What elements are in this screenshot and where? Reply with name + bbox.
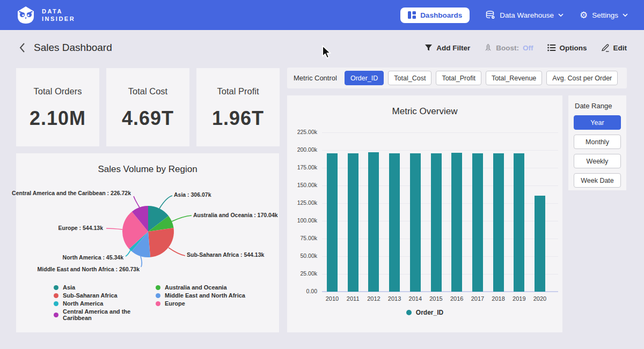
dashboards-button[interactable]: Dashboards — [400, 8, 470, 23]
add-filter-label: Add Filter — [436, 44, 470, 52]
brand-line2: INSIDER — [42, 16, 75, 22]
database-icon — [486, 11, 495, 19]
bar-legend-dot — [406, 310, 412, 315]
kpi-label: Total Cost — [128, 86, 167, 96]
metric-option-total-profit[interactable]: Total_Profit — [436, 71, 481, 85]
bar-2015[interactable] — [431, 153, 442, 292]
date-range-panel: Date Range YearMonthlyWeeklyWeek Date — [568, 95, 626, 190]
kpi-card-total-profit: Total Profit1.96T — [196, 68, 280, 146]
data-warehouse-menu[interactable]: Data Warehouse — [486, 11, 564, 19]
boost-state: Off — [523, 44, 533, 52]
metric-option-order-id[interactable]: Order_ID — [345, 71, 384, 85]
edit-button[interactable]: Edit — [601, 43, 627, 52]
legend-dot — [54, 313, 58, 317]
bar-legend: Order_ID — [287, 309, 562, 316]
bar-2014[interactable] — [410, 153, 421, 292]
metric-overview-card: Metric Overview 225.00k200.00k175.00k150… — [287, 95, 562, 332]
bar-2011[interactable] — [348, 153, 358, 292]
pie-label-asia: Asia : 306.07k — [174, 191, 211, 198]
options-list-icon — [547, 44, 556, 51]
edit-label: Edit — [613, 44, 627, 52]
legend-item-sub-saharan-africa: Sub-Saharan Africa — [54, 292, 156, 299]
boost-label: Boost: — [496, 44, 519, 52]
bar-2016[interactable] — [451, 153, 462, 292]
bar-2018[interactable] — [493, 153, 504, 292]
data-warehouse-label: Data Warehouse — [500, 11, 554, 19]
header-actions: Add Filter Boost: Off Options — [425, 43, 627, 52]
bar-2019[interactable] — [514, 153, 524, 292]
bar-2010[interactable] — [327, 153, 338, 292]
y-axis-tick: 50.00k — [287, 253, 317, 259]
legend-item-north-america: North America — [54, 300, 156, 307]
date-range-label: Date Range — [575, 102, 621, 110]
date-range-options: YearMonthlyWeeklyWeek Date — [574, 115, 621, 188]
legend-item-middle-east-and-north-africa: Middle East and North Africa — [156, 292, 245, 299]
metric-control-label: Metric Control — [294, 74, 337, 82]
date-option-year[interactable]: Year — [574, 115, 621, 130]
pie-label-central-america-and-the-caribbean: Central America and the Caribbean : 226.… — [12, 190, 131, 196]
x-axis-tick: 2013 — [384, 295, 405, 302]
bar-2012[interactable] — [368, 152, 379, 292]
kpi-card-total-orders: Total Orders2.10M — [16, 68, 99, 146]
y-axis-tick: 175.00k — [287, 164, 317, 170]
kpi-value: 2.10M — [30, 107, 86, 130]
date-option-week-date[interactable]: Week Date — [574, 173, 621, 188]
legend-dot — [156, 285, 160, 290]
bar-chart: 225.00k200.00k175.00k150.00k125.00k100.0… — [287, 95, 562, 332]
edit-pencil-icon — [601, 43, 610, 52]
metric-control-bar: Metric Control Order_IDTotal_CostTotal_P… — [287, 68, 627, 88]
add-filter-button[interactable]: Add Filter — [425, 44, 470, 52]
top-navbar: DATA INSIDER Dashboards — [0, 0, 644, 30]
legend-item-central-america-and-the-caribbean: Central America and the Caribbean — [54, 308, 156, 321]
kpi-label: Total Profit — [217, 86, 259, 96]
navbar-menu: Dashboards Data Warehouse ⚙ Setting — [400, 8, 628, 23]
metric-option-total-revenue[interactable]: Total_Revenue — [486, 71, 542, 85]
legend-item-asia: Asia — [54, 284, 156, 291]
chevron-down-icon — [558, 13, 564, 17]
pie-legend: AsiaAustralia and OceaniaSub-Saharan Afr… — [54, 284, 245, 321]
x-axis-tick: 2011 — [342, 295, 364, 302]
kpi-row: Total Orders2.10MTotal Cost4.69TTotal Pr… — [16, 68, 280, 146]
pie-label-sub-saharan-africa: Sub-Saharan Africa : 544.13k — [187, 251, 264, 258]
metric-option-avg-cost-per-order[interactable]: Avg. Cost per Order — [546, 71, 618, 85]
bar-2013[interactable] — [389, 153, 400, 292]
mouse-cursor — [321, 45, 333, 59]
legend-label: Central America and the Caribbean — [63, 308, 156, 321]
x-axis-tick: 2017 — [467, 295, 488, 302]
metric-option-total-cost[interactable]: Total_Cost — [388, 71, 431, 85]
x-axis-tick: 2020 — [529, 295, 551, 302]
y-axis-tick: 75.00k — [287, 235, 317, 241]
y-axis-tick: 225.00k — [287, 129, 317, 135]
kpi-label: Total Orders — [34, 86, 82, 96]
back-chevron-icon — [19, 43, 25, 53]
settings-label: Settings — [592, 11, 618, 19]
legend-dot — [156, 301, 160, 306]
legend-dot — [54, 301, 58, 306]
sales-volume-card: Sales Volume by Region Asia : 306.07kAus… — [16, 153, 279, 332]
legend-label: Australia and Oceania — [165, 284, 227, 291]
date-option-weekly[interactable]: Weekly — [574, 154, 621, 168]
bar-gridline — [322, 150, 558, 151]
legend-dot — [156, 293, 160, 298]
page-title: Sales Dashboard — [34, 42, 112, 54]
legend-label: Sub-Saharan Africa — [63, 292, 118, 299]
x-axis-tick: 2019 — [508, 295, 530, 302]
back-button[interactable] — [17, 41, 27, 55]
pie-label-middle-east-and-north-africa: Middle East and North Africa : 260.73k — [38, 266, 140, 272]
x-axis-tick: 2016 — [446, 295, 467, 302]
brand-logo[interactable]: DATA INSIDER — [16, 5, 75, 25]
date-option-monthly[interactable]: Monthly — [574, 135, 621, 149]
legend-label: Europe — [165, 300, 185, 307]
boost-toggle[interactable]: Boost: Off — [484, 43, 533, 52]
settings-menu[interactable]: ⚙ Settings — [580, 11, 628, 20]
x-axis-tick: 2015 — [426, 295, 447, 302]
y-axis-tick: 200.00k — [287, 146, 317, 153]
bar-2020[interactable] — [535, 196, 545, 292]
options-button[interactable]: Options — [547, 44, 587, 52]
kpi-card-total-cost: Total Cost4.69T — [106, 68, 189, 146]
filter-funnel-icon — [425, 44, 433, 51]
legend-label: North America — [63, 300, 103, 307]
bar-2017[interactable] — [472, 153, 483, 292]
x-axis-tick: 2010 — [321, 295, 343, 302]
y-axis-tick: 25.00k — [287, 270, 317, 277]
